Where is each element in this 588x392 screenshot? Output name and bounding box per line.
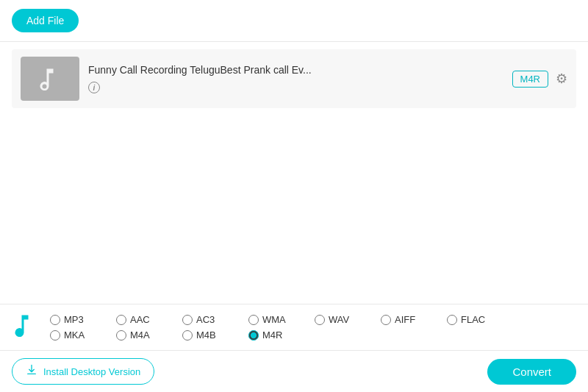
info-icon[interactable]: i: [88, 82, 100, 93]
format-option-mp3[interactable]: MP3: [50, 314, 116, 325]
format-option-wav[interactable]: WAV: [315, 314, 381, 325]
download-arrow-icon: [26, 364, 37, 376]
file-actions: M4R ⚙: [512, 71, 567, 88]
download-icon: [26, 364, 37, 379]
format-selector: MP3 AAC AC3 WMA WAV AIFF FLAC: [0, 304, 588, 350]
format-option-m4a[interactable]: M4A: [116, 329, 182, 341]
install-desktop-button[interactable]: Install Desktop Version: [12, 358, 154, 385]
format-options: MP3 AAC AC3 WMA WAV AIFF FLAC: [50, 314, 576, 341]
add-file-button[interactable]: Add File: [12, 9, 79, 32]
file-list: Funny Call Recording TeluguBest Prank ca…: [0, 42, 588, 304]
header: Add File: [0, 0, 588, 42]
format-option-aiff[interactable]: AIFF: [381, 314, 447, 325]
convert-button[interactable]: Convert: [487, 359, 576, 385]
format-option-aac[interactable]: AAC: [116, 314, 182, 325]
format-option-mka[interactable]: MKA: [50, 329, 116, 341]
file-info: Funny Call Recording TeluguBest Prank ca…: [79, 64, 512, 94]
format-badge[interactable]: M4R: [512, 71, 548, 88]
footer: Install Desktop Version Convert: [0, 350, 588, 392]
format-option-flac[interactable]: FLAC: [447, 314, 513, 325]
audio-format-icon: [12, 312, 38, 338]
format-row-2: MKA M4A M4B M4R: [50, 329, 576, 341]
format-row-1: MP3 AAC AC3 WMA WAV AIFF FLAC: [50, 314, 576, 325]
format-option-m4b[interactable]: M4B: [182, 329, 248, 341]
format-option-ac3[interactable]: AC3: [182, 314, 248, 325]
format-option-wma[interactable]: WMA: [248, 314, 315, 325]
music-note-icon: [37, 65, 63, 92]
file-thumbnail: [21, 57, 79, 101]
install-label: Install Desktop Version: [43, 366, 140, 377]
format-option-m4r[interactable]: M4R: [248, 329, 315, 341]
file-item: Funny Call Recording TeluguBest Prank ca…: [12, 49, 576, 108]
settings-icon[interactable]: ⚙: [556, 71, 567, 87]
format-music-icon: [12, 312, 38, 343]
file-name: Funny Call Recording TeluguBest Prank ca…: [88, 64, 426, 76]
